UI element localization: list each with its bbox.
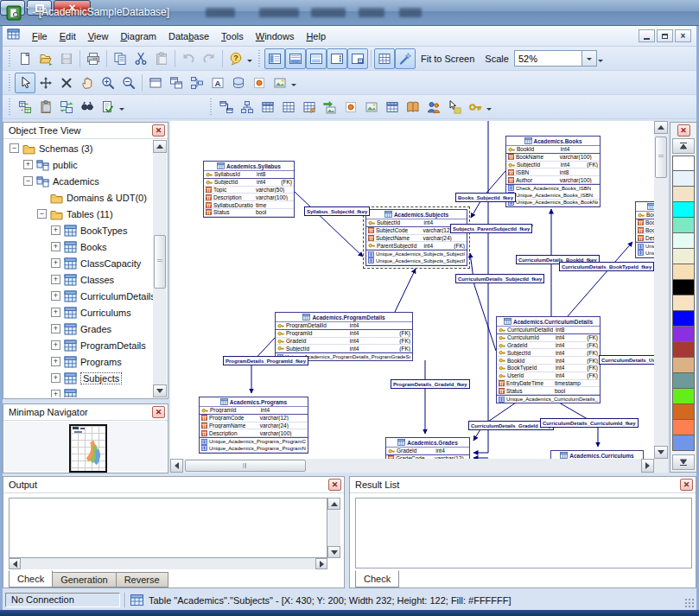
scroll-left-icon[interactable] (9, 558, 21, 569)
color-swatch-f2e3c6[interactable] (672, 187, 695, 202)
menu-windows[interactable]: Windows (250, 27, 301, 46)
scroll-left-icon[interactable] (170, 459, 183, 473)
canvas-hscrollbar[interactable] (170, 459, 654, 473)
color-swatch-8a30e0[interactable] (672, 327, 695, 342)
find-button[interactable] (77, 97, 98, 117)
color-swatch-00ffff[interactable] (672, 202, 695, 218)
table-constraint[interactable]: Unique_Academics_CurriculumDetails_Misc (497, 395, 600, 403)
copy-button[interactable] (110, 48, 130, 69)
flip-image-button[interactable] (320, 97, 340, 117)
org-chart-button[interactable] (237, 97, 257, 117)
close-panel-icon[interactable]: ✕ (152, 124, 165, 137)
relation-button[interactable] (216, 97, 237, 117)
new-table-button[interactable] (257, 97, 278, 117)
relationship-label-subjects_parentsubjectid_fkey[interactable]: Subjects_ParentSubjectId_fkey (450, 224, 532, 233)
menu-help[interactable]: Help (300, 27, 332, 46)
table-column-programid[interactable]: ProgramIdint4(FK) (276, 330, 412, 338)
paste-button[interactable] (151, 48, 172, 69)
table-column-gradeid[interactable]: GradeIdint4 (386, 448, 469, 455)
tab-generation[interactable]: Generation (53, 572, 116, 587)
output-hscrollbar[interactable] (9, 558, 327, 569)
table-column-subjectid[interactable]: SubjectIdint4(FK) (276, 345, 412, 352)
color-swatch-d2691e[interactable] (672, 404, 695, 420)
validate-button[interactable] (98, 97, 118, 117)
grid-edit-button[interactable] (299, 97, 320, 117)
move-button[interactable] (35, 73, 56, 93)
scroll-up-icon[interactable] (153, 140, 167, 153)
pointer-wand-button[interactable] (395, 48, 416, 69)
tree-item-label[interactable]: BookTypes (80, 225, 127, 236)
tree-item-label[interactable]: Classes (80, 275, 114, 285)
panel-tree-button[interactable] (264, 48, 285, 69)
tree-expander-plus-icon[interactable]: + (51, 324, 60, 333)
menu-view[interactable]: View (82, 27, 115, 46)
menu-tools[interactable]: Tools (215, 27, 250, 46)
redo-button[interactable] (199, 48, 219, 69)
table-column-bookname[interactable]: BookNamevarchar(100) (506, 154, 600, 162)
book-button[interactable] (403, 97, 423, 117)
tree-item-programdetails[interactable]: +ProgramDetails (4, 337, 153, 353)
overflow-chevron-icon[interactable] (598, 60, 603, 65)
toolbar-handle[interactable] (8, 50, 12, 67)
mdi-close-button[interactable]: × (675, 29, 691, 42)
relationship-line[interactable] (473, 121, 488, 453)
table-column-subjectid[interactable]: SubjectIdint4(FK) (506, 162, 600, 169)
color-swatch-000000[interactable] (672, 280, 695, 295)
table-column-programid[interactable]: ProgramIdint4 (200, 407, 308, 415)
table-constraint[interactable]: Unique_Academics_Books_BookName (506, 200, 600, 207)
table-column-userid[interactable]: UserIdint4(FK) (497, 372, 600, 380)
table-constraint[interactable]: Unique_Academics_Subjects_SubjectCode (366, 250, 467, 257)
new-frame-button[interactable] (145, 73, 166, 93)
text-label-button[interactable]: A (207, 73, 228, 93)
tab-check[interactable]: Check (9, 570, 53, 587)
pan-button[interactable] (77, 73, 98, 93)
table-column-curriculumid[interactable]: CurriculumIdint4(FK) (497, 334, 600, 342)
tree-item-label[interactable]: public (53, 160, 78, 170)
diagram-table-booktypes[interactable]: Academics.BookTypesBookTypeIdBookTypeCod… (635, 201, 654, 258)
tree-expander-minus-icon[interactable]: − (10, 143, 19, 153)
close-panel-icon[interactable]: ✕ (328, 479, 341, 491)
panel-output-button[interactable] (285, 48, 306, 69)
menu-edit[interactable]: Edit (54, 27, 82, 46)
table-column-syllabusduration[interactable]: SyllabusDurationtime (204, 201, 294, 209)
scroll-right-icon[interactable] (315, 558, 327, 569)
print-button[interactable] (83, 48, 104, 69)
color-swatch-efefd8[interactable] (672, 249, 695, 264)
table-column-gradeid[interactable]: GradeIdint4(FK) (276, 338, 412, 346)
tree-item-classcapacity[interactable]: +ClassCapacity (4, 255, 153, 271)
tree-expander-plus-icon[interactable]: + (23, 160, 33, 169)
resize-grip[interactable] (684, 598, 695, 608)
relationship-label-curriculumdetails_subjectid_fkey[interactable]: CurriculumDetails_SubjectId_fkey (455, 274, 544, 283)
mdi-restore-button[interactable] (657, 29, 673, 42)
table-column-isbn[interactable]: ISBNint8 (506, 168, 600, 176)
table-constraint[interactable]: Unique_Academics_Books_ISBN (506, 192, 600, 200)
tree-expander-minus-icon[interactable]: − (23, 176, 33, 186)
tree-item-label[interactable]: Schemas (3) (39, 143, 92, 154)
relationship-line[interactable] (295, 192, 363, 257)
paste-frame-button[interactable] (166, 73, 187, 93)
table-column-gradeid[interactable]: GradeIdint4(FK) (497, 342, 600, 350)
mdi-minimize-button[interactable] (639, 29, 655, 42)
tree-expander-plus-icon[interactable]: + (51, 308, 60, 317)
insert-image-button[interactable] (270, 73, 290, 93)
table-column-bookid[interactable]: BookIdint4(FK) (497, 357, 600, 365)
tree-expander-plus-icon[interactable]: + (51, 291, 60, 301)
color-swatch-f6dfb4[interactable] (672, 264, 695, 280)
color-swatch-a63a32[interactable] (672, 342, 695, 358)
tree-expander-minus-icon[interactable]: − (37, 209, 47, 219)
scroll-down-icon[interactable] (327, 546, 340, 558)
overflow-chevron-icon[interactable] (247, 60, 252, 65)
scrollbar-thumb[interactable] (154, 235, 166, 289)
color-swatch-f9e2c3[interactable] (672, 295, 695, 311)
table-column-booktypeid[interactable]: BookTypeIdint4(FK) (497, 365, 600, 372)
table-constraint[interactable]: Unique_Academics_Subjects_SubjectName (366, 257, 467, 265)
tree-expander-plus-icon[interactable]: + (51, 258, 60, 268)
tree-item-partial[interactable]: + (4, 386, 153, 397)
color-swatch-dbb285[interactable] (672, 358, 695, 373)
tree-item-curriculums[interactable]: +Curriculums (4, 304, 153, 321)
toolbar-handle[interactable] (8, 74, 12, 92)
key-tool-button[interactable] (465, 97, 486, 117)
menu-file[interactable]: File (26, 27, 54, 46)
new-file-button[interactable] (15, 48, 35, 69)
table-column-booktypename[interactable]: BookTypeName (636, 227, 654, 235)
